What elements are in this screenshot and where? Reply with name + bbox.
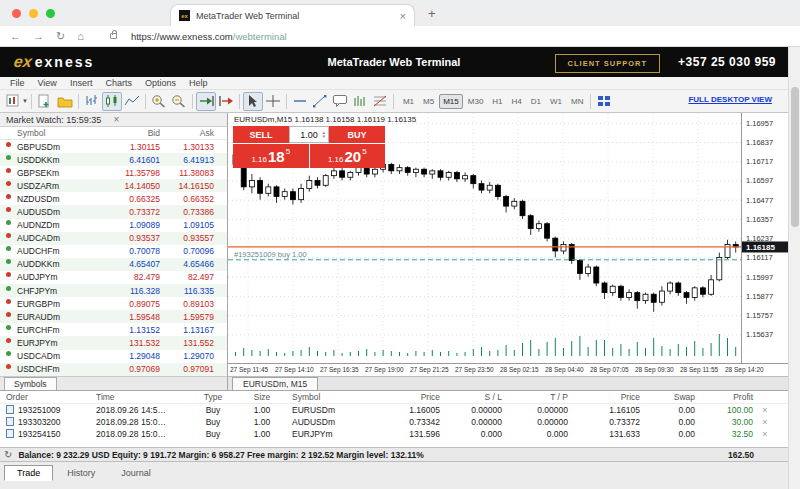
market-watch-row-eurgbpm[interactable]: EURGBPm0.890750.89103 xyxy=(0,297,227,310)
timeframe-m1[interactable]: M1 xyxy=(399,94,418,109)
tab-close-icon[interactable]: × xyxy=(400,11,406,21)
scrollbar-thumb[interactable] xyxy=(791,87,799,227)
new-tab-button[interactable]: + xyxy=(428,6,436,21)
browser-tab[interactable]: ex MetaTrader Web Terminal × xyxy=(170,4,415,26)
trendline-tool-button[interactable] xyxy=(310,92,330,111)
orders-column-sl[interactable]: S / L xyxy=(444,392,506,402)
market-watch-row-audnzdm[interactable]: AUDNZDm1.090891.09105 xyxy=(0,219,227,232)
order-row-193254150[interactable]: 1932541502018.09.28 15:0…Buy1.00EURJPYm1… xyxy=(0,428,788,440)
timeframe-mn[interactable]: MN xyxy=(567,94,587,109)
back-icon[interactable]: ← xyxy=(10,31,21,42)
market-watch-row-usddkkm[interactable]: USDDKKm6.416016.41913 xyxy=(0,153,227,166)
market-watch-row-eurjpym[interactable]: EURJPYm131.532131.552 xyxy=(0,336,227,349)
market-watch-row-audjpym[interactable]: AUDJPYm82.47982.497 xyxy=(0,271,227,284)
orders-column-size[interactable]: Size xyxy=(238,392,286,402)
refresh-icon[interactable]: ↻ xyxy=(4,449,12,460)
timeframe-m15[interactable]: M15 xyxy=(439,94,463,109)
column-symbol[interactable]: Symbol xyxy=(0,128,100,138)
buy-price[interactable]: 1.16 20 5 xyxy=(310,144,386,168)
line-chart-type-button[interactable] xyxy=(122,92,142,111)
menu-item-options[interactable]: Options xyxy=(145,78,176,88)
exness-logo[interactable]: ex exness xyxy=(14,53,94,71)
crosshair-tool-button[interactable] xyxy=(263,92,283,111)
market-watch-row-usdcadm[interactable]: USDCADm1.290481.29070 xyxy=(0,350,227,363)
orders-column-price[interactable]: Price xyxy=(376,392,444,402)
column-ask[interactable]: Ask xyxy=(160,128,220,138)
market-watch-row-usdzarm[interactable]: USDZARm14.1405014.16150 xyxy=(0,179,227,192)
minimize-window-button[interactable] xyxy=(29,9,38,18)
indicators-button[interactable] xyxy=(350,92,370,111)
menu-item-charts[interactable]: Charts xyxy=(105,78,132,88)
fibonacci-tool-button[interactable] xyxy=(370,92,390,111)
market-watch-row-euraudm[interactable]: EURAUDm1.595481.59579 xyxy=(0,310,227,323)
timeframe-m5[interactable]: M5 xyxy=(419,94,438,109)
reload-icon[interactable]: ↻ xyxy=(56,31,65,42)
new-chart-button[interactable] xyxy=(35,92,55,111)
maximize-window-button[interactable] xyxy=(46,9,55,18)
full-desktop-link[interactable]: FULL DESKTOP VIEW xyxy=(688,95,772,104)
sell-button[interactable]: SELL xyxy=(233,126,289,143)
orders-column-order[interactable]: Order xyxy=(0,392,90,402)
orders-column-time[interactable]: Time xyxy=(90,392,188,402)
tab-history[interactable]: History xyxy=(55,466,107,482)
home-icon[interactable]: ⌂ xyxy=(77,31,84,42)
orders-column-swap[interactable]: Swap xyxy=(644,392,699,402)
timeframe-d1[interactable]: D1 xyxy=(527,94,545,109)
chart-tab-eurusd[interactable]: EURUSDm, M15 xyxy=(232,377,318,390)
market-watch-row-audchfm[interactable]: AUDCHFm0.700780.70096 xyxy=(0,245,227,258)
client-support-button[interactable]: CLIENT SUPPORT xyxy=(555,54,660,73)
forward-icon[interactable]: → xyxy=(33,31,44,42)
sell-price[interactable]: 1.16 18 5 xyxy=(233,144,309,168)
cursor-tool-button[interactable] xyxy=(243,92,263,111)
column-bid[interactable]: Bid xyxy=(100,128,160,138)
market-watch-row-eurchfm[interactable]: EURCHFm1.131521.13167 xyxy=(0,323,227,336)
menu-item-view[interactable]: View xyxy=(38,78,57,88)
orders-column-type[interactable]: Type xyxy=(188,392,238,402)
zoom-in-button[interactable] xyxy=(149,92,169,111)
zoom-out-button[interactable] xyxy=(169,92,189,111)
orders-column-symbol[interactable]: Symbol xyxy=(286,392,376,402)
market-watch-row-chfjpym[interactable]: CHFJPYm116.328116.335 xyxy=(0,284,227,297)
timeframe-m30[interactable]: M30 xyxy=(464,94,488,109)
menu-item-file[interactable]: File xyxy=(10,78,25,88)
new-order-button[interactable] xyxy=(4,92,24,111)
new-order-dropdown-icon[interactable]: ▼ xyxy=(22,98,28,104)
order-row-193251009[interactable]: 1932510092018.09.26 14:5…Buy1.00EURUSDm1… xyxy=(0,404,788,416)
tile-windows-button[interactable] xyxy=(594,92,614,111)
timeframe-w1[interactable]: W1 xyxy=(546,94,566,109)
market-watch-row-gbpsekm[interactable]: GBPSEKm11.3579811.38083 xyxy=(0,166,227,179)
market-watch-row-usdchfm[interactable]: USDCHFm0.970690.97091 xyxy=(0,363,227,376)
market-watch-row-audcadm[interactable]: AUDCADm0.935370.93557 xyxy=(0,232,227,245)
market-watch-row-audusdm[interactable]: AUDUSDm0.733720.73386 xyxy=(0,205,227,218)
chart-shift-button[interactable] xyxy=(216,92,236,111)
close-order-icon[interactable]: × xyxy=(757,417,773,427)
buy-button[interactable]: BUY xyxy=(329,126,385,143)
profiles-button[interactable] xyxy=(55,92,75,111)
orders-column-price[interactable]: Price xyxy=(572,392,644,402)
menu-item-help[interactable]: Help xyxy=(189,78,208,88)
bar-chart-type-button[interactable] xyxy=(82,92,102,111)
close-order-icon[interactable]: × xyxy=(757,429,773,439)
horizontal-line-tool-button[interactable] xyxy=(290,92,310,111)
orders-column-tp[interactable]: T / P xyxy=(506,392,572,402)
auto-scroll-button[interactable] xyxy=(196,92,216,111)
market-watch-row-gbpusdm[interactable]: GBPUSDm1.301151.30133 xyxy=(0,140,227,153)
timeframe-h1[interactable]: H1 xyxy=(488,94,506,109)
tab-trade[interactable]: Trade xyxy=(4,465,53,481)
orders-column-profit[interactable]: Profit xyxy=(699,392,757,402)
tab-journal[interactable]: Journal xyxy=(109,466,163,482)
order-row-193303200[interactable]: 1933032002018.09.28 15:0…Buy1.00AUDUSDm0… xyxy=(0,416,788,428)
timeframe-h4[interactable]: H4 xyxy=(508,94,526,109)
url-field[interactable]: https://www.exness.com/webterminal xyxy=(131,31,287,42)
candlestick-chart-type-button[interactable] xyxy=(102,92,122,111)
page-scrollbar[interactable] xyxy=(788,47,800,489)
close-order-icon[interactable]: × xyxy=(757,405,773,415)
menu-item-insert[interactable]: Insert xyxy=(70,78,93,88)
tab-symbols[interactable]: Symbols xyxy=(4,377,57,390)
text-label-tool-button[interactable] xyxy=(330,92,350,111)
close-window-button[interactable] xyxy=(12,9,21,18)
market-watch-row-auddkkm[interactable]: AUDDKKm4.654074.65466 xyxy=(0,258,227,271)
market-watch-close-icon[interactable]: × xyxy=(114,114,222,125)
market-watch-row-nzdusdm[interactable]: NZDUSDm0.663250.66352 xyxy=(0,192,227,205)
volume-input[interactable]: 1.00▲▼ xyxy=(289,126,329,143)
